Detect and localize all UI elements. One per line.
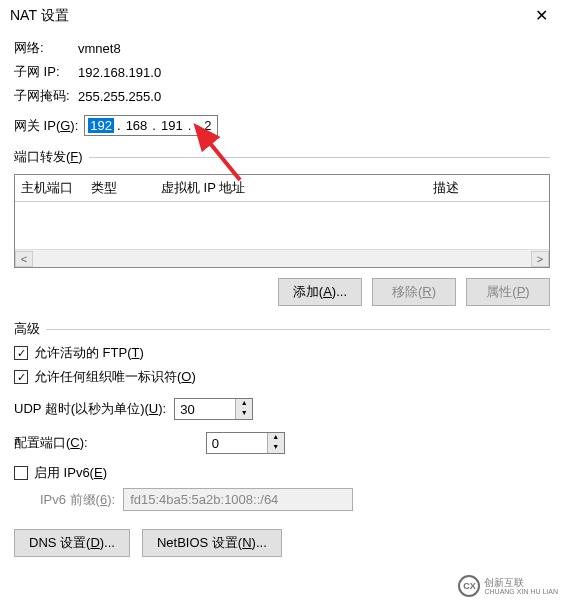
scroll-right-icon[interactable]: >	[531, 251, 549, 267]
chevron-up-icon[interactable]: ▲	[236, 399, 252, 409]
label-org-id: 允许任何组织唯一标识符(O)	[34, 368, 196, 386]
remove-button[interactable]: 移除(R)	[372, 278, 456, 306]
add-button[interactable]: 添加(A)...	[278, 278, 362, 306]
checkbox-org-id[interactable]: ✓	[14, 370, 28, 384]
dialog-title: NAT 设置	[10, 7, 69, 25]
table-body[interactable]	[15, 202, 549, 249]
scroll-left-icon[interactable]: <	[15, 251, 33, 267]
col-vm-ip[interactable]: 虚拟机 IP 地址	[161, 179, 433, 197]
value-network: vmnet8	[78, 41, 121, 56]
label-config-port: 配置端口(C):	[14, 434, 88, 452]
config-port-stepper[interactable]: ▲ ▼	[206, 432, 285, 454]
chevron-down-icon[interactable]: ▼	[268, 443, 284, 453]
legend-port-forward: 端口转发(F)	[14, 149, 89, 164]
chevron-down-icon[interactable]: ▼	[236, 409, 252, 419]
label-udp-timeout: UDP 超时(以秒为单位)(U):	[14, 400, 166, 418]
label-enable-ipv6: 启用 IPv6(E)	[34, 464, 107, 482]
label-ipv6-prefix: IPv6 前缀(6):	[40, 491, 115, 509]
value-subnet-ip: 192.168.191.0	[78, 65, 161, 80]
ipv6-prefix-input: fd15:4ba5:5a2b:1008::/64	[123, 488, 353, 511]
ip-octet-1[interactable]: 192	[88, 118, 114, 133]
ip-octet-4[interactable]: 2	[194, 118, 213, 133]
scrollbar-horizontal[interactable]	[33, 251, 531, 267]
gateway-ip-input[interactable]: 192 . 168 . 191 . 2	[84, 115, 217, 136]
value-subnet-mask: 255.255.255.0	[78, 89, 161, 104]
udp-timeout-input[interactable]	[175, 399, 235, 419]
checkbox-ipv6[interactable]	[14, 466, 28, 480]
chevron-up-icon[interactable]: ▲	[268, 433, 284, 443]
close-icon[interactable]: ✕	[529, 6, 554, 25]
legend-advanced: 高级	[14, 321, 46, 336]
col-desc[interactable]: 描述	[433, 179, 543, 197]
netbios-settings-button[interactable]: NetBIOS 设置(N)...	[142, 529, 282, 557]
label-network: 网络:	[14, 39, 78, 57]
config-port-input[interactable]	[207, 433, 267, 453]
label-active-ftp: 允许活动的 FTP(T)	[34, 344, 144, 362]
label-subnet-mask: 子网掩码:	[14, 87, 78, 105]
watermark-sub: CHUANG XIN HU LIAN	[484, 588, 558, 596]
udp-timeout-stepper[interactable]: ▲ ▼	[174, 398, 253, 420]
col-host-port[interactable]: 主机端口	[21, 179, 91, 197]
watermark-logo-icon: CX	[458, 575, 480, 597]
checkbox-active-ftp[interactable]: ✓	[14, 346, 28, 360]
watermark-brand: 创新互联	[484, 577, 558, 588]
dns-settings-button[interactable]: DNS 设置(D)...	[14, 529, 130, 557]
label-subnet-ip: 子网 IP:	[14, 63, 78, 81]
properties-button[interactable]: 属性(P)	[466, 278, 550, 306]
label-gateway: 网关 IP(G):	[14, 117, 78, 135]
watermark: CX 创新互联 CHUANG XIN HU LIAN	[458, 575, 558, 597]
ip-octet-2[interactable]: 168	[124, 118, 150, 133]
ip-octet-3[interactable]: 191	[159, 118, 185, 133]
col-type[interactable]: 类型	[91, 179, 161, 197]
port-forward-table[interactable]: 主机端口 类型 虚拟机 IP 地址 描述 < >	[14, 174, 550, 268]
